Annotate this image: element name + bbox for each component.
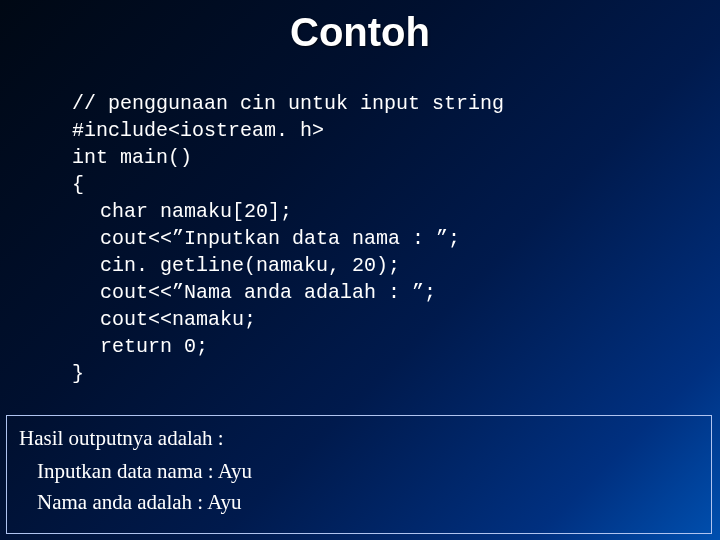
code-line: return 0; <box>72 333 208 360</box>
slide-title: Contoh <box>0 10 720 55</box>
code-line: { <box>72 173 84 196</box>
code-line: int main() <box>72 146 192 169</box>
output-header: Hasil outputnya adalah : <box>19 426 699 451</box>
code-block: // penggunaan cin untuk input string #in… <box>72 63 720 387</box>
code-line: cin. getline(namaku, 20); <box>72 252 400 279</box>
code-line: // penggunaan cin untuk input string <box>72 92 504 115</box>
output-line: Nama anda adalah : Ayu <box>37 490 699 515</box>
code-line: cout<<namaku; <box>72 306 256 333</box>
output-line: Inputkan data nama : Ayu <box>37 459 699 484</box>
code-line: char namaku[20]; <box>72 198 292 225</box>
code-line: cout<<”Inputkan data nama : ”; <box>72 225 460 252</box>
output-box: Hasil outputnya adalah : Inputkan data n… <box>6 415 712 534</box>
code-line: } <box>72 362 84 385</box>
code-line: cout<<”Nama anda adalah : ”; <box>72 279 436 306</box>
code-line: #include<iostream. h> <box>72 119 324 142</box>
